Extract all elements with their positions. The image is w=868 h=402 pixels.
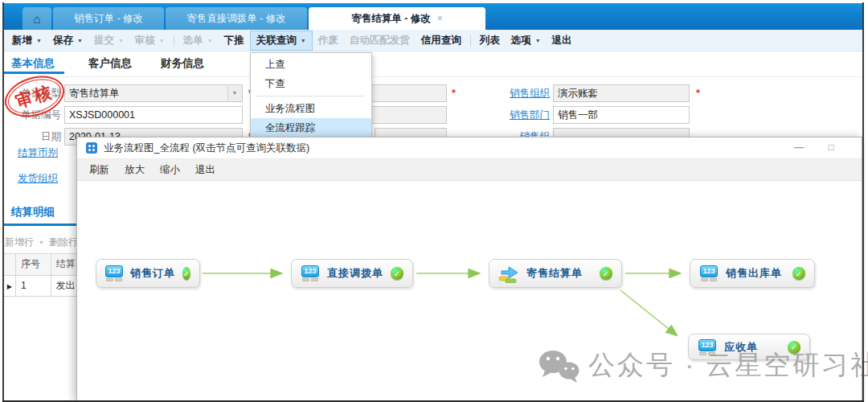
close-icon[interactable]: × — [437, 13, 443, 24]
menu-item-full-flow-track[interactable]: 全流程跟踪 — [251, 118, 371, 137]
grid-row-toolbar: 新增行 ▼ 删除行 — [5, 236, 78, 249]
caret-down-icon: ▼ — [36, 38, 42, 43]
minimize-button[interactable]: — — [792, 142, 805, 154]
col-seq-header: 序号 — [16, 254, 51, 276]
caret-down-icon: ▼ — [535, 38, 541, 43]
list-button[interactable]: 列表 — [474, 31, 506, 51]
approved-check-icon: ✓ — [391, 267, 403, 280]
menu-item-up-query[interactable]: 上查 — [251, 55, 371, 74]
menu-item-business-flow-chart[interactable]: 业务流程图 — [251, 99, 371, 118]
sale-dept-label[interactable]: 销售部门 — [482, 106, 550, 124]
required-asterisk: * — [696, 87, 700, 99]
section-underline — [3, 224, 76, 226]
caret-down-icon: ▼ — [118, 38, 124, 43]
doc-123-icon: 123 — [301, 265, 320, 281]
caret-down-icon: ▼ — [77, 38, 83, 43]
assoc-query-button[interactable]: 关联查询 ▼ 上查 下查 业务流程图 全流程跟踪 — [250, 31, 313, 51]
maximize-button[interactable]: □ — [825, 142, 837, 154]
wechat-icon — [537, 348, 580, 384]
delivery-org-label[interactable]: 发货组织 — [18, 170, 63, 187]
add-row-button[interactable]: 新增行 — [5, 236, 34, 249]
dropdown-caret-icon[interactable]: ▼ — [227, 86, 241, 100]
active-tab-underline — [3, 72, 64, 74]
watermark-text: 公众号 · 云星空研习社 — [588, 347, 868, 384]
row-pointer-icon: ▶ — [7, 283, 12, 290]
approved-check-icon: ✓ — [182, 267, 190, 280]
doc-123-icon: 123 — [105, 265, 123, 281]
tab-consign-settlement-active[interactable]: 寄售结算单 - 修改 × — [309, 7, 485, 30]
sale-dept-field[interactable]: 销售一部 — [553, 106, 690, 124]
assoc-query-menu: 上查 下查 业务流程图 全流程跟踪 — [250, 52, 372, 140]
home-icon: ⌂ — [33, 13, 40, 25]
new-button[interactable]: 新增▼ — [6, 31, 47, 51]
tab-finance-info[interactable]: 财务信息 — [161, 56, 204, 71]
caret-down-icon: ▼ — [159, 38, 165, 43]
popup-title: 业务流程图_全流程 (双击节点可查询关联数据) — [104, 142, 309, 155]
tab-home[interactable]: ⌂ — [23, 7, 51, 30]
submit-button[interactable]: 提交▼ — [88, 31, 129, 51]
zoom-out-button[interactable]: 缩小 — [160, 163, 180, 177]
popup-menu-bar: 刷新 放大 缩小 退出 — [77, 159, 862, 181]
window-border-right — [862, 2, 864, 402]
exit-button[interactable]: 退出 — [547, 31, 578, 51]
options-button[interactable]: 选项▼ — [506, 31, 547, 51]
push-down-button[interactable]: 下推 — [219, 31, 250, 51]
popup-title-bar[interactable]: 业务流程图_全流程 (双击节点可查询关联数据) — □ — [77, 137, 862, 159]
settlement-detail-title: 结算明细 — [11, 205, 55, 219]
form-tab-bar: 基本信息 客户信息 财务信息 — [3, 51, 863, 77]
sale-org-label[interactable]: 销售组织 — [482, 84, 550, 102]
doc-no-field[interactable]: XSJSD000001 — [64, 106, 243, 124]
auto-match-delivery-button[interactable]: 自动匹配发货 — [344, 31, 416, 51]
flow-node-consign-settlement[interactable]: 寄售结算单 ✓ — [489, 259, 622, 288]
transfer-arrow-icon — [498, 264, 519, 283]
flow-node-direct-transfer[interactable]: 123 直接调拨单 ✓ — [291, 259, 413, 288]
exit-popup-button[interactable]: 退出 — [195, 163, 215, 177]
sale-org-field[interactable]: 演示账套 — [553, 84, 690, 102]
app-logo-icon — [86, 142, 97, 154]
date-label: 日期 — [0, 128, 61, 146]
refresh-button[interactable]: 刷新 — [89, 163, 109, 177]
top-tab-bar: ⌂ 销售订单 - 修改 寄售直接调拨单 - 修改 寄售结算单 - 修改 × — [3, 3, 863, 30]
cell-seq: 1 — [16, 276, 51, 297]
caret-down-icon: ▼ — [301, 38, 306, 43]
doc-123-icon: 123 — [699, 265, 719, 281]
tab-sales-order[interactable]: 销售订单 - 修改 — [53, 7, 164, 30]
settle-currency-label[interactable]: 结算币别 — [18, 144, 63, 162]
app-screen: ⌂ 销售订单 - 修改 寄售直接调拨单 - 修改 寄售结算单 - 修改 × 新增… — [0, 0, 868, 402]
menu-item-down-query[interactable]: 下查 — [251, 74, 371, 93]
menu-divider — [257, 96, 365, 96]
toolbar-separator — [174, 35, 174, 47]
credit-query-button[interactable]: 信用查询 — [416, 31, 467, 51]
caret-down-icon: ▼ — [39, 240, 44, 245]
zoom-in-button[interactable]: 放大 — [125, 163, 145, 177]
toolbar-separator — [470, 35, 471, 47]
approved-check-icon: ✓ — [600, 267, 612, 280]
select-bill-button[interactable]: 选单▼ — [178, 31, 219, 51]
main-toolbar: 新增▼ 保存▼ 提交▼ 审核▼ 选单▼ 下推 关联查询 ▼ 上查 下查 业务流程… — [3, 30, 863, 51]
flow-node-sales-outbound[interactable]: 123 销售出库单 ✓ — [690, 259, 815, 288]
delete-row-button[interactable]: 删除行 — [49, 236, 78, 249]
flow-node-sales-order[interactable]: 123 销售订单 ✓ — [96, 259, 200, 288]
window-border-left — [2, 2, 4, 402]
watermark: 公众号 · 云星空研习社 — [537, 347, 868, 384]
doc-type-field[interactable]: 寄售结算单 ▼ — [64, 84, 243, 102]
required-asterisk: * — [452, 87, 456, 99]
tab-basic-info[interactable]: 基本信息 — [11, 56, 55, 71]
caret-down-icon: ▼ — [207, 38, 213, 43]
void-button[interactable]: 作废 — [313, 31, 344, 51]
save-button[interactable]: 保存▼ — [47, 31, 88, 51]
tab-customer-info[interactable]: 客户信息 — [88, 56, 132, 71]
approved-check-icon: ✓ — [792, 267, 805, 280]
audit-button[interactable]: 审核▼ — [129, 31, 170, 51]
tab-consign-transfer[interactable]: 寄售直接调拨单 - 修改 — [166, 7, 307, 30]
